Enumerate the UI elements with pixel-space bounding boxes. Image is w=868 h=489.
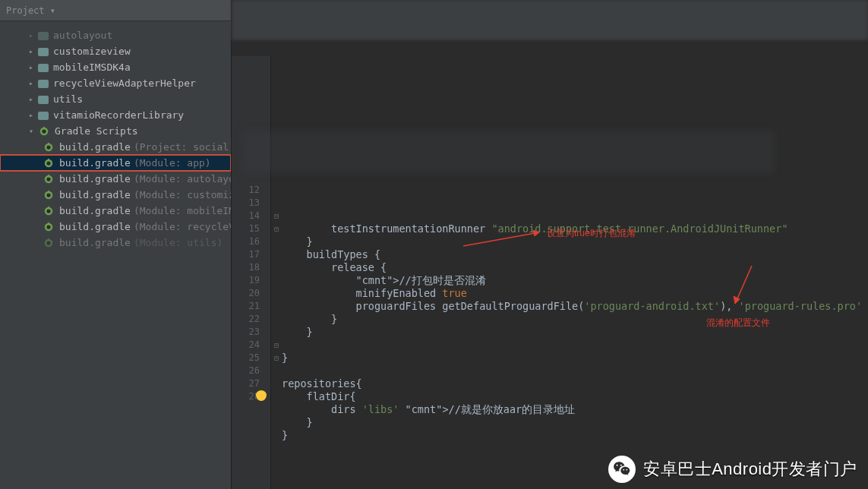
module-label: recycleViewAdapterHelper bbox=[53, 77, 196, 89]
gradle-scripts-node[interactable]: ▾ Gradle Scripts bbox=[0, 123, 231, 139]
svg-marker-27 bbox=[734, 296, 740, 304]
gradle-icon bbox=[43, 141, 55, 153]
folder-icon bbox=[38, 96, 49, 104]
gradle-file-0[interactable]: build.gradle(Project: social) bbox=[0, 139, 231, 155]
chevron-right-icon: ▸ bbox=[27, 32, 35, 39]
file-qualifier: (Module: autolayout) bbox=[134, 173, 231, 185]
gradle-scripts-label: Gradle Scripts bbox=[55, 125, 138, 137]
module-tree: ▸autolayout▸customizeview▸mobileIMSDK4a▸… bbox=[0, 27, 231, 123]
gradle-icon bbox=[43, 189, 55, 201]
svg-line-24 bbox=[463, 232, 539, 246]
module-label: mobileIMSDK4a bbox=[53, 62, 131, 73]
gradle-icon bbox=[43, 205, 55, 217]
svg-rect-17 bbox=[48, 206, 49, 209]
file-qualifier: (Module: mobileIMSDK4a) bbox=[134, 205, 231, 216]
svg-rect-20 bbox=[48, 222, 49, 225]
project-sidebar: Project ▾ ▸autolayout▸customizeview▸mobi… bbox=[0, 0, 232, 489]
file-qualifier: (Module: recycleViewAdapterHelper) bbox=[134, 221, 231, 232]
folder-icon bbox=[38, 80, 49, 88]
file-name: build.gradle bbox=[59, 237, 131, 248]
code-line-18[interactable]: proguardFiles getDefaultProguardFile('pr… bbox=[282, 300, 868, 313]
file-qualifier: (Module: customizeview) bbox=[134, 189, 231, 200]
svg-point-22 bbox=[46, 241, 50, 244]
folder-icon bbox=[38, 64, 49, 72]
module-vitamioRecorderLibrary[interactable]: ▸vitamioRecorderLibrary bbox=[0, 107, 231, 123]
folder-icon bbox=[38, 48, 49, 56]
file-name: build.gradle bbox=[59, 205, 131, 216]
blurred-region bbox=[243, 131, 775, 173]
code-line-21[interactable] bbox=[282, 339, 868, 352]
editor-pane: 1213141516171819202122232425262728 ⊟⊟⊟⊟ … bbox=[232, 0, 868, 489]
chevron-right-icon: ▸ bbox=[27, 48, 35, 55]
code-line-28[interactable]: } bbox=[282, 429, 868, 442]
svg-point-19 bbox=[46, 225, 50, 229]
chevron-right-icon: ▸ bbox=[27, 112, 35, 119]
svg-rect-5 bbox=[48, 142, 49, 145]
code-line-20[interactable]: } bbox=[282, 326, 868, 339]
svg-point-13 bbox=[46, 193, 50, 197]
svg-point-10 bbox=[46, 177, 50, 181]
code-line-15[interactable]: release { bbox=[282, 261, 868, 274]
code-line-24[interactable]: repositories{ bbox=[282, 377, 868, 390]
code-line-22[interactable]: } bbox=[282, 352, 868, 364]
file-name: build.gradle bbox=[59, 173, 131, 185]
svg-rect-8 bbox=[48, 158, 49, 161]
svg-marker-25 bbox=[533, 230, 539, 236]
chevron-right-icon: ▸ bbox=[27, 64, 35, 71]
module-mobileIMSDK4a[interactable]: ▸mobileIMSDK4a bbox=[0, 59, 231, 75]
gradle-file-3[interactable]: build.gradle(Module: customizeview) bbox=[0, 187, 231, 203]
tab-bar-blurred bbox=[232, 0, 868, 41]
folder-icon bbox=[38, 112, 49, 120]
gradle-file-1[interactable]: build.gradle(Module: app) bbox=[0, 155, 231, 171]
wechat-icon bbox=[608, 456, 636, 483]
module-label: utils bbox=[53, 93, 83, 105]
file-name: build.gradle bbox=[59, 189, 131, 200]
code-line-26[interactable]: dirs 'libs' "cmnt">//就是你放aar的目录地址 bbox=[282, 403, 868, 416]
file-qualifier: (Module: app) bbox=[134, 157, 211, 169]
module-recycleViewAdapterHelper[interactable]: ▸recycleViewAdapterHelper bbox=[0, 75, 231, 91]
code-line-17[interactable]: minifyEnabled true bbox=[282, 287, 868, 300]
sidebar-header[interactable]: Project ▾ bbox=[0, 0, 231, 21]
file-name: build.gradle bbox=[59, 221, 131, 232]
gradle-file-5[interactable]: build.gradle(Module: recycleViewAdapterH… bbox=[0, 219, 231, 235]
chevron-right-icon: ▸ bbox=[27, 96, 35, 103]
module-label: vitamioRecorderLibrary bbox=[53, 109, 184, 121]
arrow-1-icon bbox=[463, 228, 547, 249]
breadcrumb bbox=[232, 41, 868, 56]
code-line-27[interactable]: } bbox=[282, 416, 868, 429]
file-qualifier: (Module: utils) bbox=[134, 237, 223, 248]
module-label: customizeview bbox=[53, 46, 131, 57]
code-line-19[interactable]: } bbox=[282, 313, 868, 326]
annotation-2: 混淆的配置文件 bbox=[706, 317, 770, 330]
gradle-icon bbox=[43, 237, 55, 249]
svg-point-7 bbox=[46, 161, 50, 165]
line-number-gutter: 1213141516171819202122232425262728 bbox=[232, 56, 271, 489]
module-utils[interactable]: ▸utils bbox=[0, 91, 231, 107]
chevron-down-icon: ▾ bbox=[27, 128, 35, 135]
svg-rect-23 bbox=[48, 238, 49, 241]
gradle-file-4[interactable]: build.gradle(Module: mobileIMSDK4a) bbox=[0, 203, 231, 219]
folder-icon bbox=[38, 32, 49, 40]
code-line-25[interactable]: flatDir{ bbox=[282, 390, 868, 403]
code-area[interactable]: testInstrumentationRunner "android.suppo… bbox=[282, 56, 868, 489]
svg-point-4 bbox=[46, 145, 50, 149]
module-customizeview[interactable]: ▸customizeview bbox=[0, 43, 231, 59]
code-line-23[interactable] bbox=[282, 364, 868, 377]
code-line-16[interactable]: "cmnt">//打包时是否混淆 bbox=[282, 274, 868, 287]
chevron-right-icon: ▸ bbox=[27, 80, 35, 87]
code-line-14[interactable]: buildTypes { bbox=[282, 248, 868, 261]
file-name: build.gradle bbox=[59, 141, 131, 153]
gradle-icon bbox=[43, 157, 55, 169]
gradle-file-2[interactable]: build.gradle(Module: autolayout) bbox=[0, 171, 231, 187]
file-qualifier: (Project: social) bbox=[134, 141, 231, 153]
module-autolayout[interactable]: ▸autolayout bbox=[0, 27, 231, 43]
svg-rect-14 bbox=[48, 190, 49, 193]
svg-rect-11 bbox=[48, 174, 49, 177]
annotation-1: 设置为true时打包混淆 bbox=[547, 227, 636, 240]
gradle-icon bbox=[43, 221, 55, 233]
gradle-icon bbox=[38, 125, 50, 137]
file-name: build.gradle bbox=[59, 157, 131, 169]
gradle-file-6[interactable]: build.gradle(Module: utils) bbox=[0, 235, 231, 251]
module-label: autolayout bbox=[53, 30, 112, 41]
watermark-text: 安卓巴士Android开发者门户 bbox=[643, 458, 857, 481]
